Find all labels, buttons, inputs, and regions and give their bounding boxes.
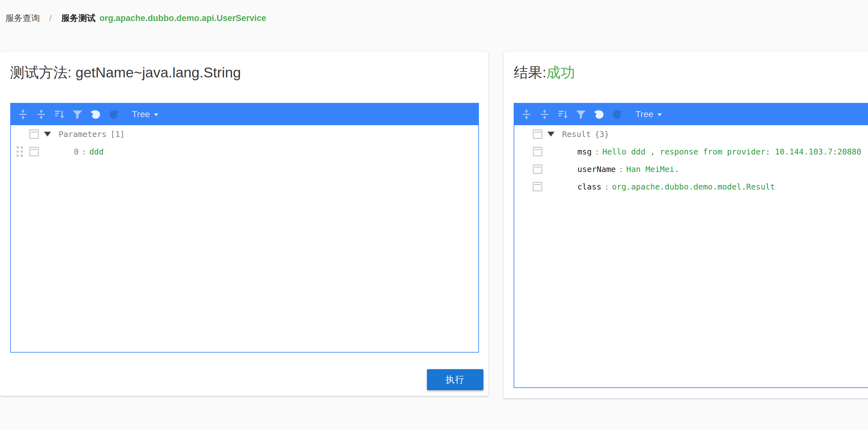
tree-row: msg : Hello ddd , response from provider… [514, 143, 868, 160]
breadcrumb-item-service-search[interactable]: 服务查询 [5, 12, 40, 24]
tree-row: Parameters [1] [11, 125, 478, 143]
breadcrumb-item-service-test: 服务测试 [61, 12, 96, 24]
actions-menu-button[interactable] [533, 182, 542, 192]
breadcrumb: 服务查询 / 服务测试 org.apache.dubbo.demo.api.Us… [5, 12, 267, 24]
filter-icon [576, 109, 586, 120]
result-json-editor: Tree Result {3} msg : Hello ddd , respon… [514, 103, 868, 388]
redo-button[interactable] [107, 107, 121, 121]
redo-button[interactable] [610, 107, 624, 121]
collapse-all-button[interactable] [537, 107, 552, 121]
field-separator: : [604, 182, 609, 191]
result-key: userName [578, 164, 616, 174]
editor-content: Result {3} msg : Hello ddd , response fr… [514, 125, 868, 195]
filter-button[interactable] [70, 107, 85, 121]
result-card: 结果:成功 [503, 52, 868, 398]
result-value: Han MeiMei. [626, 164, 679, 174]
sort-button[interactable] [52, 107, 66, 121]
expand-all-icon [18, 109, 28, 120]
expand-all-button[interactable] [16, 107, 30, 121]
tree-row: class : org.apache.dubbo.demo.model.Resu… [514, 178, 868, 195]
actions-menu-button[interactable] [29, 147, 39, 156]
sort-icon [54, 109, 65, 120]
result-key: class [578, 182, 601, 191]
sort-icon [557, 109, 568, 120]
editor-content: Parameters [1] 0 : ddd [11, 125, 478, 160]
sort-button[interactable] [556, 107, 570, 121]
actions-menu-button[interactable] [533, 129, 542, 139]
result-value: Hello ddd , response from provider: 10.1… [602, 147, 861, 156]
tree-mode-dropdown[interactable]: Tree [132, 109, 158, 120]
tree-row: 0 : ddd [11, 143, 478, 160]
field-separator: : [619, 164, 623, 174]
result-status-text: 成功 [547, 64, 575, 80]
undo-button[interactable] [592, 107, 606, 121]
editor-toolbar: Tree [514, 103, 868, 125]
result-value: org.apache.dubbo.demo.model.Result [612, 182, 775, 191]
actions-menu-button[interactable] [533, 164, 542, 174]
collapse-all-icon [539, 109, 550, 120]
tree-mode-dropdown[interactable]: Tree [636, 109, 662, 120]
undo-icon [594, 109, 604, 120]
parameters-json-editor: Tree Parameters [1] 0 : ddd [10, 103, 479, 353]
tree-row: userName : Han MeiMei. [514, 160, 868, 178]
breadcrumb-service-name: org.apache.dubbo.demo.api.UserService [99, 13, 267, 23]
test-method-title: 测试方法: getName~java.lang.String [10, 63, 241, 82]
editor-toolbar: Tree [11, 103, 478, 125]
filter-icon [72, 109, 83, 120]
redo-icon [612, 109, 623, 120]
expand-all-button[interactable] [519, 107, 533, 121]
root-field-label: Parameters [59, 129, 107, 138]
tree-mode-label: Tree [132, 109, 150, 120]
test-method-card: 测试方法: getName~java.lang.String [0, 52, 489, 396]
result-title-prefix: 结果: [514, 64, 547, 80]
tree-row: Result {3} [514, 125, 868, 143]
caret-down-icon [154, 113, 158, 116]
drag-handle-icon[interactable] [17, 146, 19, 148]
result-title: 结果:成功 [514, 63, 575, 82]
actions-menu-button[interactable] [533, 147, 542, 156]
result-key: msg [578, 147, 592, 156]
collapse-all-button[interactable] [34, 107, 48, 121]
breadcrumb-separator: / [50, 14, 52, 23]
expand-all-icon [521, 109, 532, 120]
execute-button[interactable]: 执行 [427, 369, 484, 390]
filter-button[interactable] [574, 107, 588, 121]
field-separator: : [595, 147, 599, 156]
caret-down-icon [657, 113, 662, 116]
undo-icon [90, 109, 101, 120]
root-count-label: {3} [595, 129, 609, 138]
actions-menu-button[interactable] [29, 129, 39, 139]
root-field-label: Result [562, 129, 591, 138]
undo-button[interactable] [89, 107, 103, 121]
collapse-toggle-icon[interactable] [548, 132, 554, 136]
root-count-label: [1] [111, 129, 125, 138]
collapse-toggle-icon[interactable] [44, 132, 51, 136]
array-index-label: 0 [74, 147, 79, 156]
tree-mode-label: Tree [636, 109, 654, 120]
field-separator: : [82, 147, 86, 156]
collapse-all-icon [36, 109, 46, 120]
redo-icon [108, 109, 119, 120]
param-value[interactable]: ddd [89, 147, 103, 156]
